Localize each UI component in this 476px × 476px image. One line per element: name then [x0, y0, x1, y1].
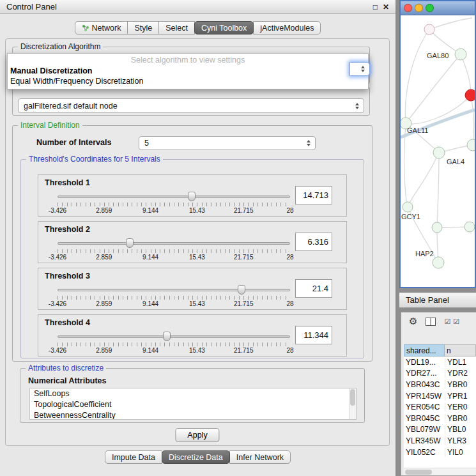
scrollbar-thumb[interactable] — [350, 389, 355, 406]
apply-button[interactable]: Apply — [175, 428, 219, 442]
tab-jactivemodules[interactable]: jActiveModules — [253, 21, 321, 35]
tab-label: Select — [165, 24, 188, 33]
network-window: GAL80 GAL11 GAL4 GCY1 HAP2 — [399, 0, 476, 288]
scale-label: 9.144 — [142, 254, 158, 261]
slider-track[interactable] — [58, 196, 290, 198]
tab-style[interactable]: Style — [127, 21, 159, 35]
algorithm-combobox-fragment[interactable] — [349, 62, 370, 76]
scale-label: 21.715 — [234, 254, 254, 261]
network-canvas[interactable]: GAL80 GAL11 GAL4 GCY1 HAP2 — [401, 16, 475, 287]
tab-discretize-data[interactable]: Discretize Data — [162, 450, 230, 464]
network-node[interactable] — [433, 147, 445, 158]
table-cell: YIL052C — [404, 448, 445, 457]
network-titlebar[interactable] — [401, 1, 475, 15]
slider-track[interactable] — [58, 242, 290, 245]
table-row[interactable]: YBR043C YBR0 — [404, 379, 476, 390]
tab-infer-network[interactable]: Infer Network — [229, 450, 291, 464]
list-item[interactable]: BetweennessCentrality — [30, 410, 356, 420]
table-cell: YBR0 — [445, 414, 476, 423]
threshold-slider[interactable]: -3.426 2.859 9.144 15.43 21.715 28 — [58, 332, 290, 355]
combobox-stepper[interactable] — [358, 63, 367, 75]
control-panel-titlebar[interactable]: Control Panel □ ✕ — [0, 0, 395, 14]
tab-network[interactable]: Network — [75, 21, 128, 35]
table-row[interactable]: YLR345W YLR3 — [404, 435, 476, 447]
scale-label: -3.426 — [49, 254, 66, 261]
network-node[interactable] — [467, 139, 475, 151]
horizontal-scrollbar[interactable] — [404, 468, 476, 475]
threshold-slider[interactable]: -3.426 2.859 9.144 15.43 21.715 28 — [58, 285, 290, 308]
network-node[interactable] — [432, 222, 442, 233]
slider-thumb[interactable] — [238, 285, 245, 295]
table-row[interactable]: YDL19... YDL1 — [404, 357, 476, 368]
listbox-scrollbar[interactable] — [349, 388, 356, 419]
column-header-shared-name[interactable]: shared... — [404, 344, 445, 357]
columns-icon[interactable] — [426, 318, 436, 326]
slider-track[interactable] — [58, 289, 290, 291]
threshold-value-field[interactable]: 11.344 — [295, 326, 332, 344]
network-node[interactable] — [403, 202, 413, 212]
threshold-panel-3: Threshold 3 -3.426 2.859 9.144 15.43 21.… — [38, 268, 347, 310]
checkbox-icons[interactable]: ☑ ☑ — [444, 318, 461, 326]
window-title: Control Panel — [6, 2, 57, 12]
network-node-label: HAP2 — [415, 250, 434, 257]
num-intervals-combobox[interactable]: 5 — [139, 136, 316, 150]
tab-label: Discretize Data — [169, 453, 223, 462]
threshold-value-field[interactable]: 6.316 — [295, 233, 332, 251]
list-item[interactable]: SelfLoops — [30, 388, 356, 399]
table-data-combobox[interactable]: galFiltered.sif default node — [18, 98, 364, 113]
float-window-icon[interactable]: □ — [373, 3, 378, 12]
table-row[interactable]: YER054C YER0 — [404, 401, 476, 413]
close-button[interactable] — [404, 4, 412, 12]
list-item[interactable]: TopologicalCoefficient — [30, 399, 356, 410]
threshold-slider[interactable]: -3.426 2.859 9.144 15.43 21.715 28 — [58, 192, 290, 215]
tab-label: jActiveModules — [260, 24, 314, 33]
column-header-name[interactable]: n — [445, 344, 476, 357]
network-node[interactable] — [455, 49, 466, 60]
scale-label: -3.426 — [49, 347, 66, 354]
table-row[interactable]: YPR145W YPR1 — [404, 390, 476, 402]
table-panel-window: ⚙ ☑ ☑ shared... n YDL19... YDL1 YDR27...… — [401, 312, 476, 476]
table-row[interactable]: YBL079W YBL0 — [404, 424, 476, 436]
threshold-slider[interactable]: -3.426 2.859 9.144 15.43 21.715 28 — [58, 238, 290, 261]
combobox-stepper[interactable] — [304, 137, 313, 150]
checkbox-icon[interactable]: ☑ — [444, 318, 452, 326]
table-cell: YBR043C — [404, 380, 445, 389]
network-node[interactable] — [433, 257, 444, 268]
slider-thumb[interactable] — [163, 332, 171, 341]
slider-scale: -3.426 2.859 9.144 15.43 21.715 28 — [58, 207, 290, 215]
table-row[interactable]: YBR045C YBR0 — [404, 413, 476, 424]
table-panel-header-bar[interactable]: Table Panel — [399, 292, 476, 308]
scrollbar-thumb[interactable] — [405, 470, 432, 475]
combobox-stepper[interactable] — [353, 99, 362, 112]
tab-select[interactable]: Select — [158, 21, 195, 35]
network-node[interactable] — [464, 222, 475, 232]
threshold-value-field[interactable]: 14.713 — [295, 186, 332, 204]
minimize-button[interactable] — [415, 4, 423, 12]
slider-track[interactable] — [58, 335, 290, 338]
table-row[interactable]: YIL052C YIL0 — [404, 447, 476, 458]
checkbox-icon[interactable]: ☑ — [453, 318, 461, 326]
network-node-red[interactable] — [465, 89, 475, 101]
dropdown-option-manual-discretization[interactable]: Manual Discretization — [8, 66, 368, 76]
zoom-button[interactable] — [426, 4, 434, 12]
network-node[interactable] — [424, 24, 434, 35]
attributes-listbox[interactable]: SelfLoops TopologicalCoefficient Between… — [29, 388, 357, 420]
gear-icon[interactable]: ⚙ — [409, 316, 417, 327]
scale-label: 2.859 — [96, 207, 112, 214]
tab-cyni-toolbox[interactable]: Cyni Toolbox — [194, 21, 254, 35]
tab-label: Network — [92, 24, 121, 33]
dropdown-option-equal-width[interactable]: Equal Width/Frequency Discretization — [8, 76, 368, 86]
network-tab-icon — [82, 24, 89, 32]
tab-impute-data[interactable]: Impute Data — [105, 450, 162, 464]
scale-label: 9.144 — [142, 347, 158, 354]
scale-label: 9.144 — [142, 300, 158, 307]
slider-ticks — [58, 249, 290, 253]
threshold-value-field[interactable]: 21.4 — [295, 279, 332, 298]
control-panel-body: Network Style Select Cyni Toolbox jActiv… — [0, 15, 395, 476]
table-row[interactable]: YDR27... YDR2 — [404, 368, 476, 380]
slider-thumb[interactable] — [188, 192, 196, 201]
group-title-interval-definition: Interval Definition — [18, 121, 82, 130]
close-window-icon[interactable]: ✕ — [383, 3, 389, 12]
table-cell: YPR145W — [404, 392, 445, 401]
slider-thumb[interactable] — [126, 238, 134, 248]
